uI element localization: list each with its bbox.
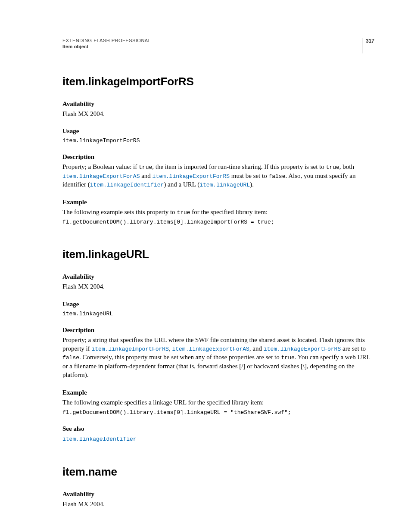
availability-label: Availability xyxy=(62,491,374,498)
page-number: 317 xyxy=(366,38,374,44)
description-label: Description xyxy=(62,153,374,161)
header-left: EXTENDING FLASH PROFESSIONAL Item object xyxy=(62,38,362,49)
description-text: Property; a string that specifies the UR… xyxy=(62,336,374,380)
availability-text: Flash MX 2004. xyxy=(62,500,374,508)
section-linkageImportForRS: item.linkageImportForRS Availability Fla… xyxy=(62,75,374,225)
page-container: EXTENDING FLASH PROFESSIONAL Item object… xyxy=(0,0,411,532)
inline-code: false xyxy=(268,173,285,180)
usage-code: item.linkageURL xyxy=(62,311,374,317)
link-linkageIdentifier[interactable]: item.linkageIdentifier xyxy=(90,182,164,188)
desc-text: are set to xyxy=(341,345,366,352)
link-linkageExportForAS[interactable]: item.linkageExportForAS xyxy=(172,346,249,352)
usage-block: Usage item.linkageImportForRS xyxy=(62,128,374,144)
example-code: fl.getDocumentDOM().library.items[0].lin… xyxy=(62,219,374,225)
link-linkageImportForRS[interactable]: item.linkageImportForRS xyxy=(91,346,168,352)
inline-code: true xyxy=(177,209,190,216)
availability-label: Availability xyxy=(62,273,374,280)
example-intro: The following example sets this property… xyxy=(62,208,374,217)
availability-block: Availability Flash MX 2004. xyxy=(62,273,374,291)
desc-text: ). xyxy=(250,181,254,188)
seealso-label: See also xyxy=(62,425,374,432)
description-block: Description Property; a string that spec… xyxy=(62,327,374,380)
link-linkageExportForAS[interactable]: item.linkageExportForAS xyxy=(62,173,140,180)
description-label: Description xyxy=(62,327,374,334)
section-title: item.linkageImportForRS xyxy=(62,75,374,88)
inline-code: false xyxy=(62,355,79,361)
desc-text: , and xyxy=(249,345,264,352)
desc-text: ) and a URL ( xyxy=(164,181,199,188)
seealso-block: See also item.linkageIdentifier xyxy=(62,425,374,443)
usage-block: Usage item.linkageURL xyxy=(62,301,374,317)
example-block: Example The following example sets this … xyxy=(62,199,374,226)
example-code: fl.getDocumentDOM().library.items[0].lin… xyxy=(62,409,374,416)
example-block: Example The following example specifies … xyxy=(62,389,374,416)
availability-label: Availability xyxy=(62,100,374,108)
description-text: Property; a Boolean value: if true, the … xyxy=(62,162,374,189)
link-linkageURL[interactable]: item.linkageURL xyxy=(199,182,250,188)
description-block: Description Property; a Boolean value: i… xyxy=(62,153,374,189)
section-label: Item object xyxy=(62,44,362,49)
link-linkageIdentifier[interactable]: item.linkageIdentifier xyxy=(62,436,137,442)
example-label: Example xyxy=(62,199,374,206)
section-name: item.name Availability Flash MX 2004. xyxy=(62,465,374,508)
running-title: EXTENDING FLASH PROFESSIONAL xyxy=(62,38,362,43)
example-label: Example xyxy=(62,389,374,396)
example-text: for the specified library item: xyxy=(190,208,268,215)
inline-code: true xyxy=(326,164,339,171)
desc-text: , both xyxy=(339,163,354,170)
availability-text: Flash MX 2004. xyxy=(62,109,374,118)
example-intro: The following example specifies a linkag… xyxy=(62,398,374,407)
section-title: item.name xyxy=(62,465,374,479)
inline-code: true xyxy=(281,355,295,361)
desc-text: . Conversely, this property must be set … xyxy=(79,354,281,361)
usage-label: Usage xyxy=(62,301,374,308)
usage-label: Usage xyxy=(62,128,374,135)
availability-block: Availability Flash MX 2004. xyxy=(62,100,374,118)
desc-text: , the item is imported for run-time shar… xyxy=(152,163,326,170)
desc-text: must be set to xyxy=(230,172,268,179)
inline-code: true xyxy=(139,164,152,171)
page-number-wrap: 317 xyxy=(362,38,374,53)
section-title: item.linkageURL xyxy=(62,248,374,261)
availability-block: Availability Flash MX 2004. xyxy=(62,491,374,508)
desc-text: and xyxy=(140,172,152,179)
link-linkageExportForRS[interactable]: item.linkageExportForRS xyxy=(264,346,341,352)
running-header: EXTENDING FLASH PROFESSIONAL Item object… xyxy=(62,38,374,53)
example-text: The following example sets this property… xyxy=(62,208,177,215)
availability-text: Flash MX 2004. xyxy=(62,282,374,291)
usage-code: item.linkageImportForRS xyxy=(62,137,374,144)
desc-text: Property; a Boolean value: if xyxy=(62,163,139,170)
seealso-links: item.linkageIdentifier xyxy=(62,434,374,443)
section-linkageURL: item.linkageURL Availability Flash MX 20… xyxy=(62,248,374,443)
link-linkageExportForRS[interactable]: item.linkageExportForRS xyxy=(153,173,230,180)
